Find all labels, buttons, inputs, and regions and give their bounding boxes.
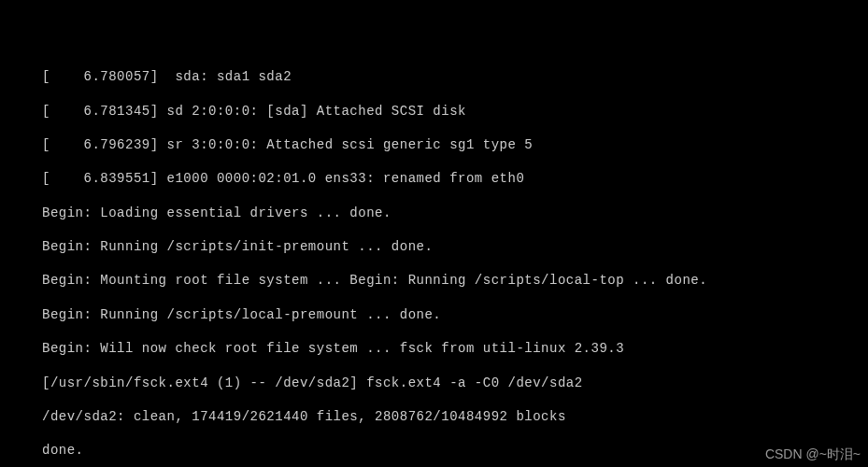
boot-log-line: Begin: Mounting root file system ... Beg… <box>42 272 826 289</box>
boot-log-line: [ 6.780057] sda: sda1 sda2 <box>42 68 826 85</box>
boot-log-line: Begin: Will now check root file system .… <box>42 340 826 357</box>
boot-log-line: [/usr/sbin/fsck.ext4 (1) -- /dev/sda2] f… <box>42 375 826 391</box>
boot-log-line: done. <box>42 442 826 459</box>
boot-log-line: Begin: Loading essential drivers ... don… <box>42 205 826 221</box>
watermark-text: CSDN @~时泪~ <box>765 446 861 463</box>
boot-log-line: Begin: Running /scripts/local-premount .… <box>42 306 826 323</box>
boot-log-line: [ 6.796239] sr 3:0:0:0: Attached scsi ge… <box>42 136 826 153</box>
boot-log-line: [ 6.781345] sd 2:0:0:0: [sda] Attached S… <box>42 103 826 120</box>
terminal-output[interactable]: [ 6.780057] sda: sda1 sda2 [ 6.781345] s… <box>0 0 868 467</box>
boot-log-line: Begin: Running /scripts/init-premount ..… <box>42 238 826 255</box>
boot-log-line: [ 6.839551] e1000 0000:02:01.0 ens33: re… <box>42 170 826 187</box>
boot-log-line: /dev/sda2: clean, 174419/2621440 files, … <box>42 408 826 425</box>
